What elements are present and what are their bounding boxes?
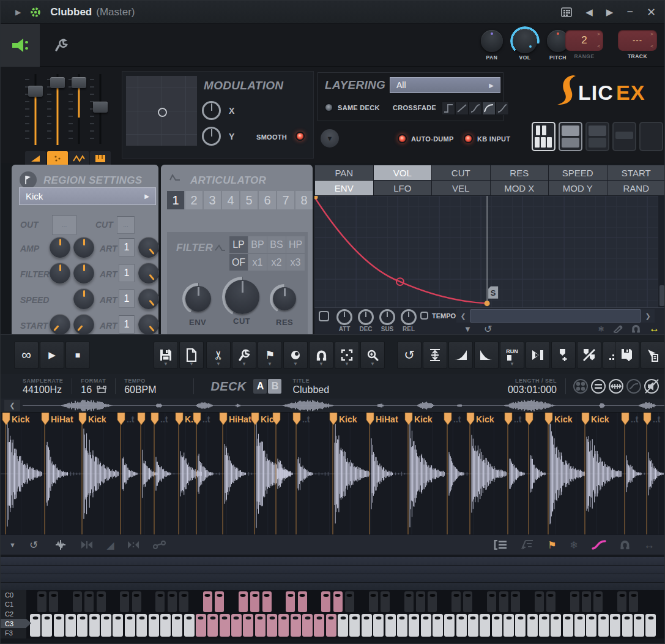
white-key-8[interactable] [125,614,135,637]
black-key-39[interactable] [499,591,508,612]
trim-center-icon[interactable] [127,541,139,549]
level-slider-1[interactable] [25,73,46,145]
white-key-0[interactable] [30,614,40,637]
region-list-icon[interactable] [494,540,507,550]
envelope-hscrollbar[interactable]: ❮ ❯ [456,309,655,323]
white-key-30[interactable] [385,614,396,637]
envelope-tab-env[interactable]: ENV [315,181,373,195]
samplerate-value[interactable]: 44100Hz [23,384,63,395]
filter-mode-x3[interactable]: x3 [286,254,305,271]
white-key-7[interactable] [113,614,123,637]
white-key-51[interactable] [634,614,644,637]
filter-env-knob[interactable] [182,283,214,315]
waveform-overview-strip[interactable]: ❮ [1,399,665,413]
black-key-47[interactable] [593,591,603,612]
filter-mode-x1[interactable]: x1 [248,254,267,271]
white-key-35[interactable] [444,614,455,637]
envelope-hold-button[interactable] [319,311,329,321]
mod-x-knob[interactable] [202,101,221,120]
black-key-8[interactable] [132,591,141,612]
white-key-20[interactable] [267,614,277,637]
crossfade-shape-1[interactable] [442,102,455,115]
white-key-9[interactable] [136,614,147,637]
white-key-27[interactable] [349,614,360,637]
black-key-17[interactable] [239,591,248,612]
layout-button-minimal[interactable] [639,122,663,151]
filter-art-knob[interactable] [138,263,159,283]
insert-button[interactable] [526,342,550,369]
level-slider-2[interactable] [47,73,68,145]
wave-stretch-icon[interactable]: ↔ [644,539,655,552]
slide-curve-icon[interactable] [592,540,606,550]
envelope-reset-icon[interactable]: ↺ [484,323,492,335]
overview-scroll-left[interactable]: ❮ [4,400,20,411]
white-key-19[interactable] [255,614,266,637]
crossfade-shape-4[interactable] [482,102,496,115]
articulator-slot-1[interactable]: 1 [167,191,184,209]
track-spinner-arrows[interactable]: ˃˂ [650,32,654,49]
filter-type-bs[interactable]: BS [267,236,286,253]
white-key-28[interactable] [362,614,372,637]
white-key-50[interactable] [622,614,633,637]
black-key-11[interactable] [168,591,177,612]
white-key-11[interactable] [160,614,171,637]
envelope-menu-caret-icon[interactable]: ▼ [464,324,472,334]
run-button[interactable]: RUN▼ [500,342,524,369]
white-key-44[interactable] [551,614,561,637]
track-selector[interactable]: --- ˃˂ [618,30,657,51]
dropdown-caret-icon[interactable]: ▼ [216,361,221,367]
articulator-slot-2[interactable]: 2 [185,191,202,209]
white-key-1[interactable] [42,614,52,637]
black-key-36[interactable] [463,591,472,612]
envelope-tab-lfo[interactable]: LFO [374,181,432,195]
black-key-15[interactable] [215,591,224,612]
stop-button[interactable]: ■ [65,342,90,369]
kb-input-led[interactable] [464,134,473,143]
slice-keyboard[interactable]: C0C1C2C3F3 [1,590,665,638]
layering-target-dropdown[interactable]: All ▶ [390,77,500,93]
vol-knob[interactable] [513,29,537,53]
white-key-13[interactable] [184,614,195,637]
black-key-26[interactable] [345,591,354,612]
crossfade-shape-3[interactable] [469,102,482,115]
scroll-left-icon[interactable]: ❮ [456,309,470,323]
black-key-45[interactable] [570,591,579,612]
filter-type-bp[interactable]: BP [248,236,267,253]
envelope-tab-vol[interactable]: VOL [374,165,432,180]
white-key-26[interactable] [338,614,348,637]
black-key-24[interactable] [321,591,330,612]
title-value[interactable]: Clubbed [292,384,329,395]
dec-knob[interactable] [358,309,374,325]
sus-knob[interactable] [379,309,395,325]
black-key-10[interactable] [155,591,165,612]
white-key-6[interactable] [101,614,111,637]
marker-flag-icon[interactable]: ⚑ [548,539,556,551]
cut-button[interactable]: ✂▼ [206,342,231,369]
crossfade-shape-5[interactable] [496,102,509,115]
att-knob[interactable] [336,309,352,325]
tools-button[interactable]: ▼ [232,342,256,369]
mute-preview-icon[interactable] [644,378,659,394]
white-key-42[interactable] [527,614,538,637]
white-key-52[interactable] [645,614,656,637]
dropdown-caret-icon[interactable]: ▼ [370,361,375,367]
stretch-icon[interactable]: ↔ [649,323,659,335]
envelope-tab-speed[interactable]: SPEED [549,165,607,180]
envelope-vscrollbar[interactable] [658,196,665,307]
speed-knob-1[interactable] [73,288,94,309]
start-art-knob[interactable] [138,314,159,335]
white-key-39[interactable] [492,614,502,637]
speed-art-value[interactable]: 1 [119,290,135,308]
black-key-12[interactable] [179,591,188,612]
black-key-0[interactable] [37,591,46,612]
white-key-2[interactable] [54,614,64,637]
layout-button-dual[interactable] [585,122,609,151]
black-key-1[interactable] [49,591,58,612]
white-key-36[interactable] [456,614,467,637]
dropdown-caret-icon[interactable]: ▼ [267,361,272,367]
deck-b-button[interactable]: B [268,379,281,394]
mod-y-knob[interactable] [202,127,221,146]
plugin-enable-button[interactable] [1,24,40,67]
deck-a-button[interactable]: A [253,379,267,394]
options-dropdown-button[interactable]: ▼ [321,129,339,148]
